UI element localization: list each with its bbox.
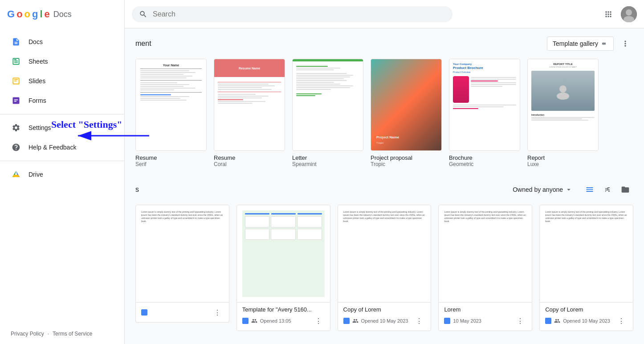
sheets-icon	[11, 56, 21, 67]
template-subname-letter-spearmint: Spearmint	[292, 161, 363, 167]
template-thumb-report-luxe: REPORT TITLE LOREM IPSUM DOLOR SIT AMET …	[527, 59, 599, 151]
chevron-up-down-icon	[600, 40, 608, 48]
sidebar-item-settings[interactable]: Settings	[0, 118, 117, 138]
topbar-right	[599, 5, 637, 23]
sidebar-nav: Docs Sheets Slides Forms	[0, 28, 124, 324]
forms-icon	[11, 95, 21, 106]
sidebar-item-slides[interactable]: Slides	[0, 71, 117, 91]
doc-type-icon-4	[545, 318, 551, 324]
doc-more-button-2[interactable]: ⋮	[413, 315, 425, 327]
user-avatar[interactable]	[621, 6, 637, 22]
sidebar-item-drive[interactable]: Drive	[0, 165, 117, 184]
template-name-resume-serif: Resume	[135, 154, 207, 161]
sidebar-footer: Privacy Policy · Terms of Service	[0, 324, 124, 344]
doc-more-button-3[interactable]: ⋮	[514, 315, 526, 327]
sidebar: Google Docs Docs Sheets Slides	[0, 0, 125, 344]
logo-g-blue2: g	[32, 8, 38, 20]
owned-by-label: Owned by anyone	[513, 186, 563, 193]
svg-point-8	[559, 85, 567, 93]
logo-g-blue: G	[7, 8, 15, 20]
logo-g-red2: e	[45, 8, 50, 20]
template-section-title: ment	[135, 40, 151, 48]
topbar	[125, 0, 644, 28]
doc-meta-2: Opened 10 May 2023 ⋮	[343, 315, 426, 327]
doc-type-icon-3	[444, 318, 450, 324]
template-name-brochure-geometric: Brochure	[449, 154, 520, 161]
doc-meta-4: Opened 10 May 2023 ⋮	[545, 315, 628, 327]
doc-type-icon-0	[141, 309, 147, 316]
doc-card-0[interactable]: Lorem ipsum is simply dummy text of the …	[135, 205, 229, 331]
template-card-project-tropic[interactable]: Project Name Tropic Project proposal Tro…	[371, 59, 442, 167]
apps-grid-button[interactable]	[599, 5, 617, 23]
doc-meta-1: Opened 13:05 ⋮	[242, 315, 325, 327]
terms-link[interactable]: Terms of Service	[53, 331, 92, 337]
doc-footer-1: Template for "Avery 5160... Opened 13:05…	[236, 303, 330, 331]
folder-view-button[interactable]	[617, 182, 633, 198]
app-name-label: Docs	[53, 10, 72, 19]
doc-card-1[interactable]: Template for "Avery 5160... Opened 13:05…	[236, 205, 330, 331]
sidebar-item-forms-label: Forms	[29, 97, 46, 104]
avatar-image	[621, 6, 637, 22]
template-subname-project-tropic: Tropic	[371, 161, 442, 167]
template-card-resume-serif[interactable]: Your Name	[135, 59, 207, 167]
logo-g-red: o	[16, 8, 22, 20]
list-view-button[interactable]	[582, 182, 598, 198]
search-icon	[139, 10, 147, 19]
sidebar-item-docs[interactable]: Docs	[0, 32, 117, 52]
template-name-project-tropic: Project proposal	[371, 154, 442, 161]
template-card-resume-coral[interactable]: Resume Name	[214, 59, 285, 167]
sidebar-item-slides-label: Slides	[29, 77, 45, 85]
doc-thumb-0: Lorem ipsum is simply dummy text of the …	[135, 205, 229, 303]
template-card-report-luxe[interactable]: REPORT TITLE LOREM IPSUM DOLOR SIT AMET …	[527, 59, 599, 167]
doc-card-2[interactable]: Lorem ipsum is simply dummy text of the …	[338, 205, 432, 331]
sidebar-item-sheets-label: Sheets	[29, 58, 48, 65]
doc-more-button-1[interactable]: ⋮	[312, 315, 325, 327]
docs-grid: Lorem ipsum is simply dummy text of the …	[135, 205, 633, 331]
footer-separator: ·	[48, 331, 49, 337]
docs-section-header: s Owned by anyone	[135, 182, 633, 198]
people-icon-2	[352, 318, 359, 324]
template-gallery-button[interactable]: Template gallery	[547, 36, 614, 51]
doc-footer-2: Copy of Lorem Opened 10 May 2023 ⋮	[338, 303, 432, 331]
doc-card-4[interactable]: Lorem ipsum is simply dummy text of the …	[539, 205, 633, 331]
sidebar-item-help[interactable]: Help & Feedback	[0, 138, 117, 157]
doc-title-3: Lorem	[444, 306, 526, 313]
docs-icon	[11, 36, 21, 47]
people-icon-4	[554, 318, 560, 324]
template-name-letter-spearmint: Letter	[292, 154, 363, 161]
sidebar-item-forms[interactable]: Forms	[0, 91, 117, 110]
content-area: ment Template gallery Your Na	[125, 28, 644, 344]
doc-title-2: Copy of Lorem	[343, 306, 426, 313]
doc-more-button-0[interactable]: ⋮	[211, 306, 224, 319]
template-subname-brochure-geometric: Geometric	[449, 161, 520, 167]
template-subname-resume-serif: Serif	[135, 161, 207, 167]
sort-button[interactable]	[599, 182, 615, 198]
doc-lorem-text-3: Lorem ipsum is simply dummy text of the …	[444, 210, 526, 223]
more-options-button[interactable]	[617, 36, 633, 52]
template-section: ment Template gallery Your Na	[125, 28, 644, 174]
template-card-letter-spearmint[interactable]: Letter Spearmint	[292, 59, 363, 167]
template-cards: Your Name	[135, 59, 633, 167]
people-icon-1	[251, 318, 257, 324]
template-thumb-resume-coral: Resume Name	[214, 59, 285, 151]
doc-date-3: 10 May 2023	[453, 318, 481, 324]
doc-date-4: Opened 10 May 2023	[563, 318, 610, 324]
drive-icon	[11, 169, 21, 180]
sidebar-item-sheets[interactable]: Sheets	[0, 52, 117, 71]
privacy-link[interactable]: Privacy Policy	[11, 331, 44, 337]
doc-thumb-3: Lorem ipsum is simply dummy text of the …	[438, 205, 532, 303]
template-thumb-brochure-geometric: Your Company Product Brochure Product Ov…	[449, 59, 520, 151]
owned-by-button[interactable]: Owned by anyone	[507, 183, 578, 196]
search-input[interactable]	[153, 10, 445, 18]
doc-card-3[interactable]: Lorem ipsum is simply dummy text of the …	[438, 205, 532, 331]
doc-thumb-1	[236, 205, 330, 303]
main-content: ment Template gallery Your Na	[125, 0, 644, 344]
doc-lorem-text-0: Lorem ipsum is simply dummy text of the …	[141, 210, 224, 223]
sidebar-item-drive-label: Drive	[29, 171, 43, 178]
template-card-brochure-geometric[interactable]: Your Company Product Brochure Product Ov…	[449, 59, 520, 167]
template-name-report-luxe: Report	[527, 154, 599, 161]
settings-icon	[11, 122, 21, 133]
search-bar[interactable]	[132, 6, 452, 22]
doc-lorem-text-2: Lorem ipsum is simply dummy text of the …	[343, 210, 426, 223]
doc-more-button-4[interactable]: ⋮	[615, 315, 628, 327]
